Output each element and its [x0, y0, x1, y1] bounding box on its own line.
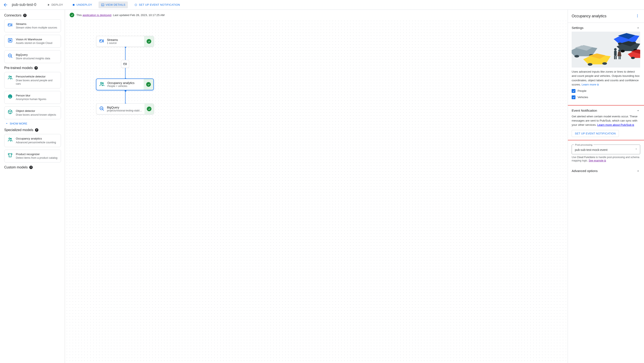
section-pretrained-label: Pre-trained models [4, 66, 33, 70]
post-processing-value: pub-sub-test-mock-event [575, 148, 608, 152]
bigquery-icon [99, 106, 104, 112]
external-link-icon: ⧉ [604, 159, 606, 162]
vehicles-checkbox-row[interactable]: Vehicles [572, 95, 640, 99]
connector-bigquery[interactable]: BigQueryStore structured insights data [4, 50, 61, 63]
tile-sub: Draw boxes around known objects [16, 113, 56, 117]
node-bigquery[interactable]: BigQueryprojects/visionai-testing-stabl… [96, 103, 154, 114]
external-link-icon: ⧉ [597, 83, 599, 86]
undeploy-label: UNDEPLOY [76, 3, 92, 6]
svg-point-7 [10, 76, 12, 77]
deploy-button[interactable]: DEPLOY [44, 2, 66, 8]
learn-more-pubsub-link[interactable]: Learn more about Pub/Sub ⧉ [598, 123, 634, 126]
svg-point-6 [9, 76, 10, 78]
post-processing-label: Post-processing [574, 143, 593, 147]
help-icon[interactable]: ? [29, 166, 33, 169]
show-more-button[interactable]: SHOW MORE [5, 122, 61, 125]
node-occupancy-analytics[interactable]: Occupancy analyticsPeople + vehicles [96, 79, 154, 90]
camera-icon [99, 38, 104, 45]
event-notification-section-toggle[interactable]: Event Notification [572, 106, 640, 114]
svg-point-22 [637, 17, 638, 17]
edge-occupancy-to-bigquery [125, 91, 126, 104]
deployment-status-link[interactable]: application is deployed [82, 14, 112, 17]
svg-point-32 [588, 63, 592, 66]
tile-sub: Anonymize human figures [16, 98, 46, 101]
section-specialized-label: Specialized models [4, 128, 33, 132]
section-custom-label: Custom models [4, 165, 28, 169]
model-product-recognizer[interactable]: Product recognizerDetect items from a pr… [4, 150, 61, 163]
back-button[interactable] [3, 2, 8, 8]
people-icon [99, 81, 105, 88]
application-graph-canvas[interactable]: This application is deployed. Last updat… [66, 10, 568, 363]
svg-rect-13 [124, 63, 126, 65]
svg-point-10 [10, 96, 11, 97]
node-sub: projects/visionai-testing-stabl… [107, 109, 142, 112]
tile-title: Product recognizer [16, 152, 58, 156]
deployment-status-strip: This application is deployed. Last updat… [66, 10, 568, 20]
details-title: Occupancy analytics [572, 14, 606, 18]
people-checkbox-row[interactable]: People [572, 89, 640, 93]
node-sub: 1 source [107, 42, 118, 45]
help-icon[interactable]: ? [35, 128, 38, 132]
people-icon [8, 137, 13, 142]
help-icon[interactable]: ? [34, 66, 38, 70]
svg-rect-36 [614, 56, 615, 59]
tile-sub: Assets stored on Google Cloud [16, 41, 52, 45]
model-object-detector[interactable]: Object detectorDraw boxes around known o… [4, 106, 61, 119]
svg-rect-35 [614, 51, 616, 56]
svg-point-33 [602, 62, 607, 65]
svg-point-9 [9, 96, 10, 97]
svg-point-14 [124, 64, 124, 64]
tile-sub: Advanced person/vehicle counting [16, 141, 56, 144]
node-status-ok [144, 79, 153, 90]
deploy-label: DEPLOY [52, 3, 63, 6]
node-status-ok [144, 36, 154, 47]
model-illustration [572, 32, 640, 68]
svg-rect-2 [8, 24, 11, 26]
tile-title: Vision AI Warehouse [16, 38, 52, 41]
tile-title: Occupancy analytics [16, 137, 56, 141]
chevron-down-icon [5, 122, 8, 125]
undeploy-button[interactable]: UNDEPLOY [70, 2, 95, 8]
connector-vision-warehouse[interactable]: Vision AI WarehouseAssets stored on Goog… [4, 35, 61, 48]
tshirt-icon [8, 152, 13, 158]
svg-rect-0 [73, 4, 74, 6]
status-suffix: . Last updated Feb 28, 2023, 10:17:25 AM [112, 14, 164, 17]
help-icon[interactable]: ? [23, 14, 26, 17]
tile-sub: Stream video from multiple sources [16, 26, 57, 30]
people-icon [8, 75, 13, 80]
node-title: Occupancy analytics [107, 81, 134, 85]
settings-section-toggle[interactable]: Settings [568, 23, 644, 32]
setup-event-notification-inline-button[interactable]: SET UP EVENT NOTIFICATION [572, 130, 619, 137]
play-square-icon [8, 38, 13, 43]
more-menu-button[interactable] [635, 13, 640, 19]
learn-more-link[interactable]: Learn more ⧉ [582, 83, 599, 86]
svg-point-17 [100, 82, 102, 84]
dropdown-caret-icon [635, 147, 638, 152]
cube-icon [8, 109, 13, 115]
see-example-link[interactable]: See example ⧉ [589, 159, 606, 162]
event-notification-heading: Event Notification [572, 109, 597, 113]
model-person-blur[interactable]: Person blurAnonymize human figures [4, 91, 61, 104]
dot-grid-background [66, 20, 568, 363]
tile-title: Object detector [16, 109, 56, 113]
component-palette[interactable]: Connectors? StreamsStream video from mul… [0, 10, 66, 363]
setup-event-notification-button[interactable]: SET UP EVENT NOTIFICATION [132, 2, 182, 8]
node-streams[interactable]: Streams1 source [96, 36, 154, 47]
event-notification-highlight: Event Notification Get alerted when cert… [568, 105, 644, 141]
video-preview-handle[interactable] [121, 60, 129, 68]
model-occupancy-analytics[interactable]: Occupancy analyticsAdvanced person/vehic… [4, 134, 61, 147]
view-details-button[interactable]: VIEW DETAILS [98, 2, 128, 8]
svg-point-20 [637, 14, 638, 15]
node-details-panel: Occupancy analytics Settings [568, 10, 644, 363]
view-details-label: VIEW DETAILS [106, 3, 126, 6]
advanced-options-section-toggle[interactable]: Advanced options [568, 166, 644, 175]
svg-point-30 [574, 55, 579, 57]
bigquery-icon [8, 53, 13, 59]
svg-rect-40 [620, 56, 621, 59]
svg-point-34 [614, 48, 616, 51]
post-processing-select[interactable]: Post-processing pub-sub-test-mock-event [572, 145, 640, 154]
arrow-left-icon [3, 2, 8, 8]
svg-point-26 [620, 50, 625, 52]
connector-streams[interactable]: StreamsStream video from multiple source… [4, 20, 61, 32]
model-person-vehicle-detector[interactable]: Person/vehicle detectorDraw boxes around… [4, 72, 61, 88]
